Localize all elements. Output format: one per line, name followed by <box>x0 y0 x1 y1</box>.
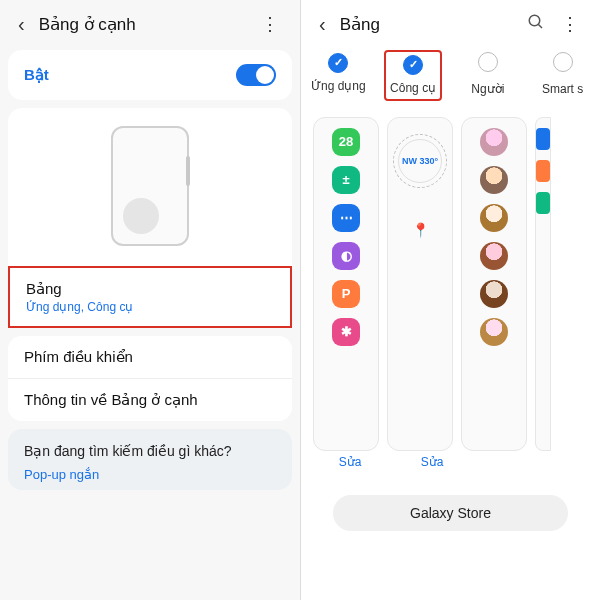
oval-select-icon <box>536 160 550 182</box>
compass-icon: NW 330° <box>393 134 447 188</box>
checkmark-icon <box>328 53 348 73</box>
avatar <box>480 204 508 232</box>
page-title: Bảng ở cạnh <box>39 14 253 35</box>
row-title: Thông tin về Bảng ở cạnh <box>24 391 276 409</box>
related-heading: Bạn đang tìm kiếm điều gì khác? <box>24 443 276 459</box>
tab-apps[interactable]: Ứng dụng <box>301 50 376 101</box>
back-icon[interactable]: ‹ <box>311 9 334 40</box>
master-toggle[interactable] <box>236 64 276 86</box>
tab-label: Công cụ <box>390 81 436 95</box>
panel-people-preview[interactable] <box>461 117 527 451</box>
edit-link[interactable]: Sửa <box>395 455 469 469</box>
panel-apps-preview[interactable]: 28 ± ⋯ ◐ P ✱ <box>313 117 379 451</box>
panel-smart-preview[interactable] <box>535 117 551 451</box>
avatar <box>480 280 508 308</box>
radio-icon <box>478 52 498 72</box>
panel-preview <box>8 108 292 266</box>
row-title: Phím điều khiển <box>24 348 276 366</box>
gallery-icon: ✱ <box>332 318 360 346</box>
avatar <box>480 166 508 194</box>
tab-label: Ứng dụng <box>311 79 366 93</box>
radio-icon <box>553 52 573 72</box>
phone-illustration <box>111 126 189 246</box>
checkmark-icon <box>403 55 423 75</box>
compass-reading: NW 330° <box>402 156 438 166</box>
more-icon[interactable]: ⋮ <box>253 9 288 39</box>
tab-tools[interactable]: Công cụ <box>376 50 451 101</box>
avatar <box>480 318 508 346</box>
gif-select-icon <box>536 192 550 214</box>
rect-select-icon <box>536 128 550 150</box>
tab-people[interactable]: Người <box>451 50 526 101</box>
svg-line-1 <box>538 24 542 28</box>
galaxy-store-button[interactable]: Galaxy Store <box>333 495 568 531</box>
row-subtitle: Ứng dụng, Công cụ <box>26 300 274 314</box>
page-title: Bảng <box>340 14 519 35</box>
row-about[interactable]: Thông tin về Bảng ở cạnh <box>8 378 292 421</box>
row-handle[interactable]: Phím điều khiển <box>8 336 292 378</box>
tab-label: Người <box>471 82 504 96</box>
tab-smart-select[interactable]: Smart s <box>525 50 600 101</box>
category-tabs: Ứng dụng Công cụ Người Smart s <box>301 42 600 111</box>
avatar <box>480 128 508 156</box>
panel-tools-preview[interactable]: NW 330° 📍 <box>387 117 453 451</box>
search-icon[interactable] <box>519 9 553 40</box>
related-card: Bạn đang tìm kiếm điều gì khác? Pop-up n… <box>8 429 292 490</box>
bixby-icon: ◐ <box>332 242 360 270</box>
back-icon[interactable]: ‹ <box>10 9 33 40</box>
location-pin-icon: 📍 <box>412 222 429 238</box>
messages-icon: ⋯ <box>332 204 360 232</box>
row-panels[interactable]: Bảng Ứng dụng, Công cụ <box>8 266 292 328</box>
tab-label: Smart s <box>542 82 583 96</box>
more-icon[interactable]: ⋮ <box>553 9 588 39</box>
edit-link[interactable]: Sửa <box>313 455 387 469</box>
powerpoint-icon: P <box>332 280 360 308</box>
avatar <box>480 242 508 270</box>
row-title: Bảng <box>26 280 274 298</box>
calculator-icon: ± <box>332 166 360 194</box>
related-link-popup[interactable]: Pop-up ngắn <box>24 467 276 482</box>
calendar-icon: 28 <box>332 128 360 156</box>
master-toggle-label: Bật <box>24 66 49 84</box>
svg-point-0 <box>529 15 540 26</box>
